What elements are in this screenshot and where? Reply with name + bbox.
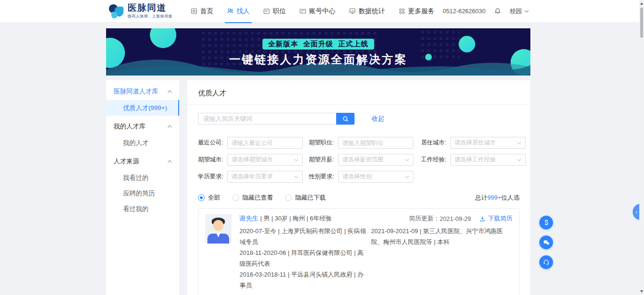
chevron-down-icon	[517, 159, 521, 161]
logo[interactable]: 医脉同道 医药人脉搏，上医脉同道	[109, 3, 173, 20]
nav-label: 账号中心	[309, 7, 336, 16]
radio-icon	[198, 194, 205, 201]
logo-tagline: 医药人脉搏，上医脉同道	[128, 14, 173, 19]
nav-label: 数据统计	[359, 7, 385, 16]
search-icon	[342, 116, 349, 122]
education-info: 2021-09-2021-09 | 第三人民医院、兴宁市鸿惠医院、梅州市人民医院…	[371, 226, 512, 247]
wechat-icon	[543, 239, 550, 246]
more-services-icon	[398, 8, 405, 15]
nav-item-find-people[interactable]: 找人	[220, 0, 256, 23]
customer-service-button[interactable]	[539, 255, 553, 269]
candidate-card[interactable]: 谢先生 | 男 | 30岁 | 梅州 | 6年经验 简历更新：2021-09-2…	[198, 208, 520, 295]
candidate-meta: | 男 | 30岁 | 梅州 | 6年经验	[259, 214, 332, 223]
expected-city-select[interactable]: 请选择期望城市	[227, 154, 303, 166]
service-phone: 0512-62626030	[443, 8, 486, 15]
education-select[interactable]: 请选择学历要求	[227, 171, 303, 183]
filter-residence-city: 居住城市: 请选择居住城市	[421, 137, 526, 149]
share-link-button[interactable]	[539, 216, 553, 229]
sidebar-item-label: 应聘的简历	[123, 189, 155, 198]
recent-company-input[interactable]	[227, 137, 303, 149]
logo-title: 医脉同道	[128, 3, 173, 13]
top-nav-bar: 医脉同道 医药人脉搏，上医脉同道 首页 找人 职位 账号中心 数据统计 更多服务	[0, 0, 644, 23]
filter-grid: 最近公司: 期望职位: 居住城市: 请选择居住城市 期望城市: 请选择期望城市 …	[198, 137, 520, 183]
sidebar-item-label: 我的人才	[123, 139, 149, 147]
sidebar-item-viewed-me[interactable]: 看过我的	[106, 201, 179, 217]
page-scrollbar[interactable]	[639, 0, 644, 295]
sidebar: 医脉同道人才库 优质人才(999+) 我的人才库 我的人才 人才来源 我看过的 …	[106, 80, 179, 295]
user-menu[interactable]: 校园	[510, 7, 529, 16]
search-button[interactable]	[336, 113, 355, 125]
view-filter-hide-viewed[interactable]: 隐藏已查看	[232, 194, 273, 202]
radio-label: 隐藏已查看	[242, 194, 273, 202]
chevron-down-icon	[405, 159, 409, 161]
chevron-up-icon	[167, 90, 172, 93]
expected-position-input[interactable]	[338, 137, 413, 149]
share-link-icon	[543, 219, 550, 226]
view-filter-hide-downloaded[interactable]: 隐藏已下载	[285, 194, 326, 202]
scroll-down-arrow-icon[interactable]	[640, 290, 643, 293]
nav-label: 更多服务	[408, 7, 435, 16]
resume-search-input[interactable]	[198, 113, 336, 125]
filter-label: 期望月薪:	[309, 156, 336, 164]
sidebar-item-label: 我看过的	[123, 174, 149, 182]
select-placeholder: 请选择居住城市	[454, 139, 496, 147]
sidebar-item-viewed-by-me[interactable]: 我看过的	[106, 170, 179, 185]
nav-item-jobs[interactable]: 职位	[256, 0, 293, 23]
filter-expected-salary: 期望月薪: 请选择薪资范围	[309, 154, 421, 166]
banner-headline: 一键链接人力资源全面解决方案	[106, 52, 530, 67]
main-panel: 优质人才 收起 最近公司: 期望职位: 居住城市: 请选择居住城市 期望城市: …	[187, 80, 530, 295]
candidate-name-link[interactable]: 谢先生	[239, 214, 259, 223]
expected-salary-select[interactable]: 请选择薪资范围	[338, 154, 413, 166]
work-experience-select[interactable]: 请选择工作经验	[450, 154, 526, 166]
promo-banner[interactable]: 全新版本 全面升级 正式上线 一键链接人力资源全面解决方案	[106, 28, 530, 76]
chevron-left-icon: ‹	[636, 209, 637, 215]
chevron-down-icon	[294, 159, 298, 161]
select-placeholder: 请选择薪资范围	[342, 156, 384, 164]
select-placeholder: 请选择学历要求	[231, 173, 273, 181]
stats-icon	[349, 8, 356, 15]
chevron-down-icon	[405, 176, 409, 178]
chevron-down-icon	[524, 10, 529, 13]
chevron-up-icon	[167, 125, 172, 128]
radio-icon	[285, 194, 292, 201]
candidate-avatar	[205, 214, 231, 244]
nav-item-account-center[interactable]: 账号中心	[293, 0, 342, 23]
user-menu-label: 校园	[510, 7, 522, 16]
nav-item-data-stats[interactable]: 数据统计	[342, 0, 392, 23]
notification-bell-icon[interactable]	[494, 8, 501, 15]
resume-updated: 简历更新：2021-09-29	[409, 214, 471, 223]
view-filter-row: 全部 隐藏已查看 隐藏已下载 总计999+位人选	[198, 194, 520, 202]
sidebar-item-label: 优质人才(999+)	[123, 104, 167, 112]
sidebar-group-yimai-talent-pool[interactable]: 医脉同道人才库	[106, 83, 179, 100]
account-icon	[299, 8, 306, 15]
work-experience-line: 2018-11-2020-06 | 拜耳医药保健有限公司 | 高级医药代表	[239, 247, 366, 269]
radio-label: 全部	[208, 194, 220, 202]
gender-select[interactable]: 请选择性别	[338, 171, 413, 183]
download-resume-link[interactable]: 下载简历	[479, 214, 512, 223]
scrollbar-thumb[interactable]	[640, 8, 643, 38]
nav-item-home[interactable]: 首页	[184, 0, 220, 23]
work-experience-line: 2016-03-2018-11 | 平远县河头镇人民政府 | 办事员	[239, 269, 366, 291]
nav-item-more-services[interactable]: 更多服务	[392, 0, 441, 23]
banner-badge: 全新版本 全面升级 正式上线	[263, 39, 374, 50]
residence-city-select[interactable]: 请选择居住城市	[450, 137, 526, 149]
scroll-up-arrow-icon[interactable]	[640, 2, 643, 5]
collapse-filters-link[interactable]: 收起	[372, 115, 384, 123]
sidebar-group-title: 人才来源	[114, 157, 139, 166]
sidebar-group-my-talent-pool[interactable]: 我的人才库	[106, 118, 179, 135]
nav-label: 职位	[273, 7, 286, 16]
filter-label: 学历要求:	[198, 173, 225, 181]
chevron-down-icon	[294, 176, 298, 178]
sidebar-item-applied-resumes[interactable]: 应聘的简历	[106, 185, 179, 201]
sidebar-item-quality-talent[interactable]: 优质人才(999+)	[106, 100, 179, 116]
total-candidates-count: 总计999+位人选	[475, 194, 520, 202]
select-placeholder: 请选择工作经验	[454, 156, 496, 164]
chevron-up-icon	[167, 160, 172, 163]
sidebar-group-talent-source[interactable]: 人才来源	[106, 153, 179, 170]
customer-service-icon	[543, 259, 550, 266]
view-filter-all[interactable]: 全部	[198, 194, 220, 202]
radio-label: 隐藏已下载	[295, 194, 326, 202]
wechat-button[interactable]	[539, 236, 553, 249]
filter-label: 期望城市:	[198, 156, 225, 164]
sidebar-item-my-talent[interactable]: 我的人才	[106, 135, 179, 151]
